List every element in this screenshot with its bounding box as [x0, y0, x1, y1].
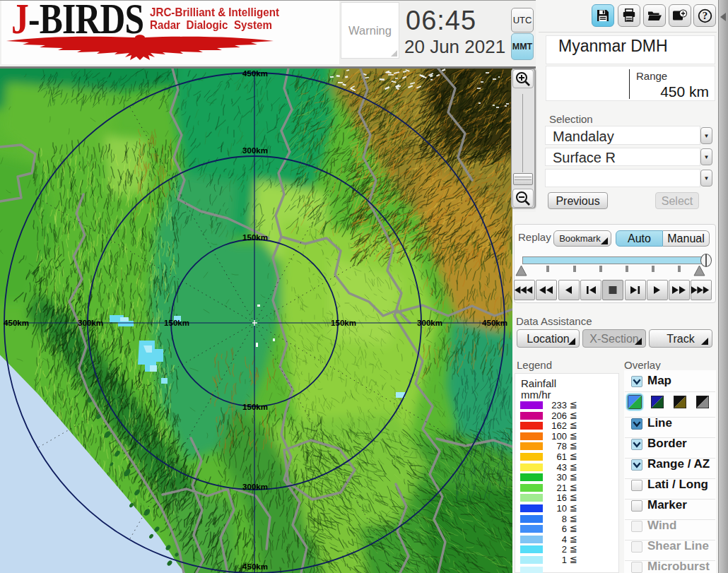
- svg-text:450km: 450km: [242, 69, 268, 78]
- svg-text:300km: 300km: [242, 483, 268, 491]
- svg-text:150km: 150km: [331, 319, 356, 327]
- svg-text:150km: 150km: [242, 403, 268, 411]
- svg-text:150km: 150km: [242, 233, 268, 242]
- svg-text:450km: 450km: [482, 319, 507, 327]
- svg-text:300km: 300km: [78, 319, 103, 327]
- svg-text:300km: 300km: [417, 319, 442, 327]
- svg-text:150km: 150km: [164, 319, 189, 327]
- svg-text:450km: 450km: [4, 319, 29, 327]
- svg-text:?: ?: [702, 10, 708, 21]
- svg-text:300km: 300km: [242, 146, 268, 155]
- svg-text:450km: 450km: [242, 562, 268, 571]
